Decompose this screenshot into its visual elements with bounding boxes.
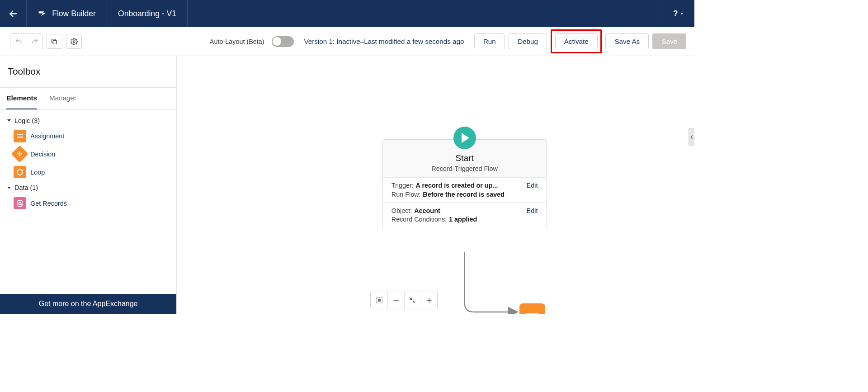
element-assignment[interactable]: Assignment: [7, 127, 169, 145]
zoom-reset-button[interactable]: [404, 292, 421, 308]
assignment-icon: [14, 130, 26, 142]
svg-line-7: [21, 204, 22, 205]
svg-rect-1: [53, 40, 57, 44]
zoom-in-button[interactable]: [421, 292, 438, 308]
app-title-cell: Flow Builder: [27, 0, 107, 27]
trigger-label: Trigger:: [392, 182, 414, 189]
action-bar: Auto-Layout (Beta) Version 1: Inactive–L…: [0, 27, 694, 56]
flow-icon: [38, 9, 47, 19]
loop-icon: [14, 166, 26, 178]
object-value: Account: [414, 207, 440, 214]
chevron-down-icon: [7, 187, 11, 189]
runflow-label: Run Flow:: [392, 191, 421, 198]
save-as-button[interactable]: Save As: [605, 33, 649, 49]
zoom-fit-button[interactable]: [371, 292, 387, 308]
copy-button[interactable]: [47, 34, 62, 49]
undo-button[interactable]: [10, 34, 26, 49]
chevron-down-icon: [7, 119, 11, 122]
gear-icon: [71, 38, 78, 45]
redo-button[interactable]: [27, 34, 42, 49]
edit-trigger[interactable]: Edit: [527, 182, 538, 189]
settings-button[interactable]: [66, 34, 82, 49]
help-icon: ?: [673, 9, 678, 19]
element-label: Decision: [30, 151, 55, 158]
start-subtitle: Record-Triggered Flow: [387, 165, 543, 172]
group-logic-label: Logic (3): [14, 117, 40, 124]
version-status: Version 1: Inactive–Last modified a few …: [304, 38, 464, 45]
group-data-label: Data (1): [14, 184, 38, 191]
copy-icon: [51, 38, 58, 45]
debug-button[interactable]: Debug: [509, 33, 547, 49]
start-title: Start: [387, 153, 543, 163]
decision-icon: [11, 146, 28, 163]
help-menu[interactable]: ? ▼: [662, 0, 694, 27]
element-label: Loop: [30, 169, 45, 176]
svg-rect-3: [17, 134, 23, 135]
compress-icon: [409, 297, 415, 303]
auto-layout-label: Auto-Layout (Beta): [210, 38, 264, 45]
run-button[interactable]: Run: [474, 33, 505, 49]
start-play-badge: [453, 127, 476, 149]
svg-rect-12: [393, 300, 398, 301]
trigger-value: A record is created or up...: [416, 182, 498, 189]
svg-rect-4: [17, 137, 23, 138]
object-label: Object:: [392, 207, 412, 214]
element-decision[interactable]: Decision: [7, 145, 169, 163]
toolbox-title: Toolbox: [0, 56, 176, 88]
edit-object[interactable]: Edit: [527, 207, 538, 214]
svg-rect-14: [429, 298, 430, 302]
right-panel-toggle[interactable]: [689, 128, 694, 146]
group-data[interactable]: Data (1): [7, 181, 169, 194]
chevron-left-icon: [690, 135, 693, 140]
activate-callout: Activate: [551, 29, 602, 54]
get-records-icon: [14, 197, 26, 209]
arrow-left-icon: [9, 9, 18, 19]
redo-icon: [31, 38, 38, 45]
fit-icon: [376, 297, 383, 304]
assignment-icon: [526, 312, 538, 313]
element-label: Get Records: [30, 200, 67, 207]
back-button[interactable]: [0, 0, 27, 27]
activate-button[interactable]: Activate: [555, 33, 598, 49]
svg-point-2: [73, 41, 75, 43]
minus-icon: [393, 297, 399, 303]
connector-line: [464, 252, 529, 313]
appexchange-link[interactable]: Get more on the AppExchange: [0, 294, 176, 314]
undo-icon: [15, 38, 22, 45]
start-node[interactable]: Start Record-Triggered Flow Trigger:A re…: [382, 139, 547, 229]
runflow-value: Before the record is saved: [423, 191, 505, 198]
global-header: Flow Builder Onboarding - V1 ? ▼: [0, 0, 694, 27]
group-logic[interactable]: Logic (3): [7, 114, 169, 127]
toolbox-tabs: Elements Manager: [0, 88, 176, 110]
element-loop[interactable]: Loop: [7, 163, 169, 181]
flow-canvas[interactable]: Start Record-Triggered Flow Trigger:A re…: [177, 56, 694, 314]
tab-manager[interactable]: Manager: [49, 88, 76, 109]
flow-name: Onboarding - V1: [107, 0, 188, 27]
toolbox-sidebar: Toolbox Elements Manager Logic (3) Assig…: [0, 56, 177, 314]
element-get-records[interactable]: Get Records: [7, 194, 169, 213]
zoom-panel: [370, 292, 438, 308]
save-button[interactable]: Save: [652, 33, 686, 49]
undo-redo-group: [10, 33, 42, 50]
chevron-down-icon: ▼: [680, 12, 684, 16]
auto-layout-toggle[interactable]: [272, 36, 294, 47]
element-label: Assignment: [30, 132, 64, 140]
svg-rect-11: [378, 299, 380, 301]
tab-elements[interactable]: Elements: [6, 88, 37, 109]
assignment-node[interactable]: [519, 303, 546, 313]
play-icon: [462, 133, 469, 143]
zoom-out-button[interactable]: [387, 292, 404, 308]
conditions-label: Record Conditions:: [392, 216, 447, 223]
app-title: Flow Builder: [52, 9, 96, 19]
conditions-value: 1 applied: [449, 216, 477, 223]
plus-icon: [426, 297, 432, 303]
